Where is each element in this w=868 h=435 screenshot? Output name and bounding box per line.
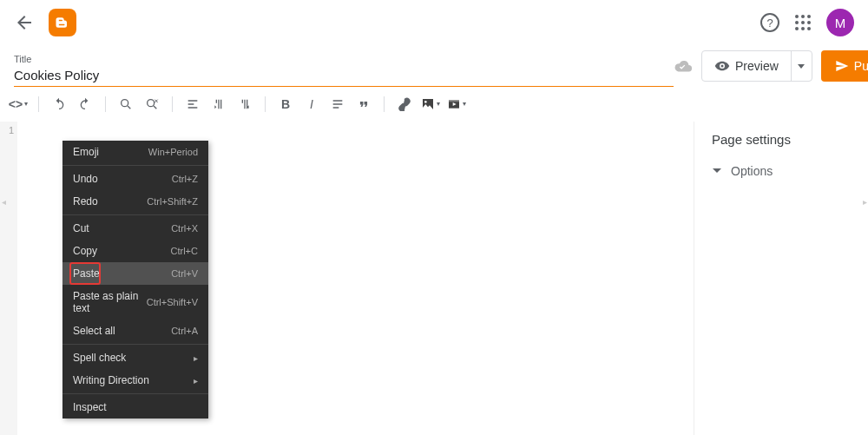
- title-label: Title: [14, 54, 674, 64]
- context-menu-separator: [62, 344, 208, 345]
- context-menu-shortcut: Ctrl+V: [171, 268, 198, 279]
- chevron-down-icon: [712, 168, 722, 175]
- context-menu-item-cut[interactable]: CutCtrl+X: [62, 217, 208, 240]
- context-menu-item-paste[interactable]: PasteCtrl+V: [62, 262, 208, 285]
- right-handle-icon: ▸: [861, 193, 868, 210]
- context-menu-shortcut: Ctrl+A: [171, 326, 198, 336]
- context-menu-label: Paste as plain text: [73, 290, 147, 314]
- italic-icon[interactable]: I: [300, 93, 323, 115]
- video-icon[interactable]: [445, 93, 468, 115]
- context-menu-label: Spell check: [73, 352, 126, 364]
- context-menu-item-inspect[interactable]: Inspect: [62, 396, 208, 419]
- svg-line-1: [128, 106, 130, 109]
- context-menu-item-spell-check[interactable]: Spell check: [62, 346, 208, 369]
- context-menu-item-writing-direction[interactable]: Writing Direction: [62, 369, 208, 392]
- svg-rect-9: [449, 100, 459, 102]
- publish-label: Publish: [854, 59, 868, 73]
- blogger-logo[interactable]: [49, 9, 76, 36]
- svg-point-2: [148, 99, 155, 106]
- zoom-in-icon[interactable]: [115, 93, 137, 115]
- svg-point-0: [122, 99, 128, 106]
- title-field-wrap: Title: [14, 54, 674, 87]
- toolbar-separator: [172, 96, 173, 112]
- svg-line-3: [154, 106, 156, 109]
- context-menu-item-select-all[interactable]: Select allCtrl+A: [62, 320, 208, 342]
- top-bar: ? M: [0, 0, 868, 45]
- align-icon[interactable]: [181, 93, 204, 115]
- context-menu-label: Writing Direction: [73, 374, 149, 386]
- context-menu-shortcut: Ctrl+C: [171, 246, 198, 256]
- page-settings-title: Page settings: [712, 132, 851, 147]
- preview-button[interactable]: Preview: [702, 58, 791, 74]
- ltr-icon[interactable]: [207, 93, 230, 115]
- help-icon[interactable]: ?: [760, 13, 779, 32]
- context-menu: EmojiWin+PeriodUndoCtrl+ZRedoCtrl+Shift+…: [62, 141, 208, 419]
- options-label: Options: [731, 164, 773, 178]
- code-view-toggle[interactable]: <>: [7, 93, 30, 115]
- context-menu-shortcut: Ctrl+X: [171, 223, 198, 234]
- svg-point-7: [424, 101, 427, 103]
- toolbar-separator: [384, 96, 385, 112]
- context-menu-item-emoji[interactable]: EmojiWin+Period: [62, 141, 208, 163]
- image-icon[interactable]: [419, 93, 442, 115]
- bold-icon[interactable]: B: [274, 93, 297, 115]
- context-menu-separator: [62, 165, 208, 166]
- context-menu-label: Copy: [73, 245, 97, 257]
- context-menu-shortcut: Ctrl+Shift+Z: [147, 196, 198, 207]
- preview-dropdown[interactable]: [791, 51, 812, 81]
- context-menu-item-paste-as-plain-text[interactable]: Paste as plain textCtrl+Shift+V: [62, 285, 208, 320]
- context-menu-item-copy[interactable]: CopyCtrl+C: [62, 240, 208, 262]
- strike-icon[interactable]: [326, 93, 349, 115]
- top-right-group: ? M: [760, 9, 854, 36]
- publish-button[interactable]: Publish: [821, 50, 868, 82]
- line-gutter: 1: [0, 122, 17, 435]
- undo-icon[interactable]: [48, 93, 70, 115]
- eye-icon: [714, 58, 730, 74]
- toolbar-separator: [38, 96, 39, 112]
- line-number: 1: [0, 125, 14, 135]
- side-panel: Page settings Options: [694, 122, 868, 435]
- link-icon[interactable]: [393, 93, 416, 115]
- context-menu-label: Inspect: [73, 401, 107, 413]
- context-menu-label: Select all: [73, 325, 115, 337]
- avatar[interactable]: M: [826, 9, 854, 36]
- title-action-row: Title Preview Publish: [0, 45, 868, 87]
- preview-button-group: Preview: [701, 50, 812, 82]
- context-menu-shortcut: Ctrl+Shift+V: [147, 297, 198, 307]
- context-menu-item-redo[interactable]: RedoCtrl+Shift+Z: [62, 190, 208, 213]
- rtl-icon[interactable]: [233, 93, 256, 115]
- title-input[interactable]: [14, 64, 674, 87]
- apps-icon[interactable]: [795, 15, 811, 30]
- context-menu-label: Undo: [73, 173, 98, 185]
- options-toggle[interactable]: Options: [712, 159, 851, 183]
- editor-toolbar: <> B I: [0, 87, 868, 122]
- context-menu-separator: [62, 393, 208, 394]
- context-menu-item-undo[interactable]: UndoCtrl+Z: [62, 168, 208, 190]
- toolbar-separator: [265, 96, 266, 112]
- zoom-out-icon[interactable]: [141, 93, 163, 115]
- context-menu-separator: [62, 214, 208, 215]
- context-menu-label: Cut: [73, 222, 89, 234]
- redo-icon[interactable]: [74, 93, 96, 115]
- preview-label: Preview: [735, 59, 779, 73]
- quote-icon[interactable]: [352, 93, 375, 115]
- left-handle-icon: ◂: [0, 193, 7, 210]
- send-icon: [835, 59, 849, 73]
- context-menu-label: Paste: [73, 267, 100, 280]
- context-menu-shortcut: Win+Period: [148, 147, 198, 157]
- context-menu-shortcut: Ctrl+Z: [172, 174, 198, 184]
- context-menu-label: Redo: [73, 195, 98, 208]
- toolbar-separator: [105, 96, 106, 112]
- action-buttons: Preview Publish: [674, 50, 868, 87]
- back-arrow-icon[interactable]: [14, 12, 35, 33]
- saved-cloud-icon: [674, 59, 693, 73]
- context-menu-label: Emoji: [73, 146, 99, 158]
